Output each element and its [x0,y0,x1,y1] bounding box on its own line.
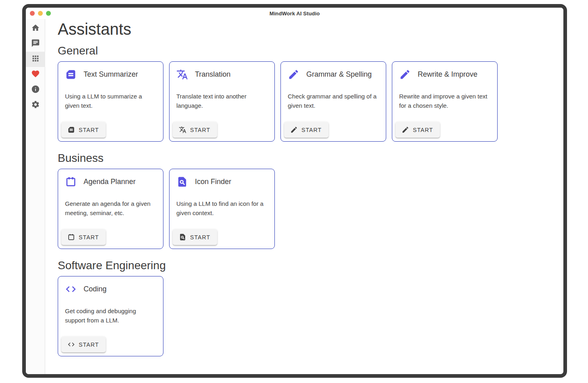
start-button[interactable]: START [61,122,106,138]
card-title: Agenda Planner [84,178,136,186]
sidebar-item-supporters[interactable] [26,67,45,82]
calendar-icon [65,176,77,188]
card-description: Rewrite and improve a given text for a c… [392,80,497,110]
edit-pencil-icon [402,126,409,134]
app-window: MindWork AI Studio Ass [22,4,567,378]
card-actions: START [284,122,329,138]
assistant-card-text-summarizer: Text Summarizer Using a LLM to summarize… [58,61,163,142]
traffic-lights [30,11,51,16]
sidebar [26,19,45,374]
code-icon [65,283,77,295]
sidebar-item-chats[interactable] [26,36,45,52]
start-button-label: START [190,127,210,133]
start-button-label: START [301,127,322,133]
summarize-icon [65,69,77,80]
assistant-card-rewrite-improve: Rewrite & Improve Rewrite and improve a … [392,61,498,142]
card-actions: START [173,229,217,245]
icon-search-icon [179,233,186,241]
main-row: Assistants General Text Summarizer Using… [26,19,563,374]
card-header: Agenda Planner [58,169,163,188]
card-title: Icon Finder [195,178,231,186]
heart-icon [31,69,40,80]
edit-pencil-icon [288,69,299,80]
code-icon [67,341,75,348]
page-title: Assistants [58,20,555,39]
start-button-label: START [79,341,99,348]
start-button-label: START [190,234,210,241]
start-button[interactable]: START [395,122,440,138]
card-description: Check grammar and spelling of a given te… [281,80,386,110]
card-header: Translation [169,62,274,80]
card-actions: START [395,122,440,138]
assistant-card-coding: Coding Get coding and debugging support … [58,276,163,356]
sidebar-item-home[interactable] [26,21,45,36]
sidebar-item-about[interactable] [26,82,45,98]
start-button[interactable]: START [173,122,217,138]
edit-pencil-icon [290,126,298,134]
info-icon [31,85,40,95]
assistant-card-agenda-planner: Agenda Planner Generate an agenda for a … [58,169,163,249]
translate-icon [179,126,186,134]
start-button[interactable]: START [173,229,217,245]
chat-icon [31,39,40,49]
gear-icon [31,100,40,111]
calendar-icon [67,233,75,241]
summarize-icon [67,126,75,134]
minimize-button[interactable] [38,11,43,16]
titlebar: MindWork AI Studio [26,8,563,19]
start-button[interactable]: START [61,337,106,352]
card-header: Grammar & Spelling [281,62,386,80]
card-title: Grammar & Spelling [306,70,372,79]
translate-icon [176,69,188,80]
start-button[interactable]: START [284,122,329,138]
card-title: Translation [195,70,230,79]
card-row-general: Text Summarizer Using a LLM to summarize… [58,61,555,142]
edit-pencil-icon [399,69,411,80]
card-actions: START [61,337,106,352]
card-title: Text Summarizer [84,70,138,79]
card-title: Rewrite & Improve [418,70,477,79]
card-description: Get coding and debugging support from a … [58,295,163,325]
start-button[interactable]: START [61,229,106,245]
start-button-label: START [79,234,99,241]
assistants-page: Assistants General Text Summarizer Using… [45,19,563,374]
assistant-card-grammar-spelling: Grammar & Spelling Check grammar and spe… [280,61,386,142]
card-description: Using a LLM to find an icon for a given … [169,188,274,218]
assistant-card-icon-finder: Icon Finder Using a LLM to find an icon … [169,169,275,249]
card-description: Using a LLM to summarize a given text. [58,80,163,110]
section-heading-software-engineering: Software Engineering [58,259,555,272]
home-icon [31,23,40,34]
section-heading-general: General [58,44,555,57]
card-row-software-engineering: Coding Get coding and debugging support … [58,276,555,356]
card-header: Icon Finder [169,169,274,188]
card-row-business: Agenda Planner Generate an agenda for a … [58,169,555,249]
sidebar-item-settings[interactable] [26,98,45,113]
card-actions: START [173,122,217,138]
window-title: MindWork AI Studio [270,10,320,17]
card-description: Generate an agenda for a given meeting, … [58,188,163,218]
zoom-button[interactable] [46,11,51,16]
card-description: Translate text into another language. [169,80,274,110]
sidebar-item-assistants[interactable] [26,52,45,67]
card-header: Coding [58,276,163,295]
icon-search-icon [176,176,188,188]
close-button[interactable] [30,11,35,16]
start-button-label: START [79,127,99,133]
card-header: Rewrite & Improve [392,62,497,80]
card-title: Coding [84,285,107,293]
section-heading-business: Business [58,151,555,165]
card-actions: START [61,122,106,138]
assistant-card-translation: Translation Translate text into another … [169,61,275,142]
card-header: Text Summarizer [58,62,163,80]
start-button-label: START [413,127,433,133]
card-actions: START [61,229,106,245]
apps-grid-icon [31,54,40,65]
